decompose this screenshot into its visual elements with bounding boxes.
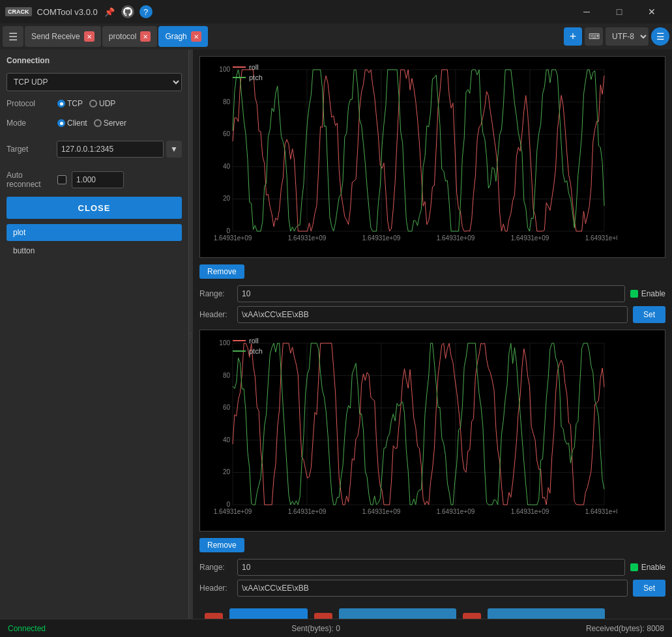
sidebar: Connection TCP UDP Serial Protocol TCP U… xyxy=(0,50,189,619)
target-row: Target ▼ xyxy=(7,138,182,160)
auto-reconnect-checkbox[interactable] xyxy=(57,175,66,184)
remove-chart-1-button[interactable]: Remove xyxy=(199,264,244,279)
encoding-select[interactable]: UTF-8 GBK ASCII xyxy=(606,27,649,46)
minus-button-3[interactable]: − xyxy=(463,613,481,619)
tabbar-right: + ⌨ UTF-8 GBK ASCII ☰ xyxy=(564,27,669,46)
range-label-1: Range: xyxy=(199,289,232,298)
minimize-button[interactable]: ─ xyxy=(572,3,602,21)
tcp-radio[interactable]: TCP xyxy=(57,99,83,108)
chart-1-controls: Range: Enable Header: Set xyxy=(199,285,665,323)
header-row-2: Header: Set xyxy=(199,580,665,597)
tab-label: Send Receive xyxy=(31,32,80,41)
roll-label-1: roll xyxy=(249,63,259,71)
header-label-2: Header: xyxy=(199,584,232,593)
range-input-1[interactable] xyxy=(237,285,625,302)
udp-label: UDP xyxy=(99,99,115,108)
hello-button-2[interactable]: hello xyxy=(488,608,605,619)
auto-reconnect-label: Auto reconnect xyxy=(7,171,52,189)
close-connection-button[interactable]: CLOSE xyxy=(7,197,182,219)
main-area: Connection TCP UDP Serial Protocol TCP U… xyxy=(0,50,672,619)
protocol-row: Protocol TCP UDP xyxy=(7,99,182,108)
enable-dot-1 xyxy=(630,290,638,298)
chart-1: roll ptch xyxy=(199,56,665,258)
chart-2: roll ptch xyxy=(199,330,665,531)
range-input-2[interactable] xyxy=(237,559,625,576)
remove-chart-2-button[interactable]: Remove xyxy=(199,538,244,552)
tab-gragh[interactable]: Gragh ✕ xyxy=(158,26,207,47)
range-row-1: Range: Enable xyxy=(199,285,665,302)
settings-button[interactable]: ☰ xyxy=(651,27,669,46)
window-controls: ─ □ ✕ xyxy=(572,3,667,21)
hello-button-1[interactable]: hello xyxy=(339,608,456,619)
minus-button-1[interactable]: − xyxy=(205,613,223,619)
ptch-label-2: ptch xyxy=(249,347,263,355)
target-label: Target xyxy=(7,145,51,154)
app-logo: CRACK xyxy=(5,7,32,16)
protocol-radio-group: TCP UDP xyxy=(57,99,115,108)
tab-close-protocol[interactable]: ✕ xyxy=(140,31,151,42)
sidebar-navigation: plot button xyxy=(7,224,182,612)
menu-button[interactable]: ☰ xyxy=(3,26,23,47)
received-bytes: Received(bytes): 8008 xyxy=(586,624,664,633)
minus-button-2[interactable]: − xyxy=(314,613,332,619)
mode-radio-group: Client Server xyxy=(57,119,126,128)
connection-type-select[interactable]: TCP UDP Serial xyxy=(7,73,182,91)
tab-label: Gragh xyxy=(165,32,186,41)
maximize-button[interactable]: □ xyxy=(604,3,634,21)
ptch-label-1: ptch xyxy=(249,74,263,81)
encode-button[interactable]: ⌨ xyxy=(585,27,603,46)
add-tab-button[interactable]: + xyxy=(564,27,582,46)
chart-1-legend: roll ptch xyxy=(233,63,263,81)
tabbar: ☰ Send Receive ✕ protocol ✕ Gragh ✕ + ⌨ … xyxy=(0,23,672,50)
legend-ptch-1: ptch xyxy=(233,74,263,81)
udp-radio-dot xyxy=(89,100,97,107)
btn-group-3: − + ✎ xyxy=(463,613,481,619)
cmd1-button[interactable]: cmd1 xyxy=(229,608,308,619)
btn-group-1: − + ✎ xyxy=(205,613,223,619)
close-button[interactable]: ✕ xyxy=(637,3,667,21)
statusbar: Connected Sent(bytes): 0 Received(bytes)… xyxy=(0,619,672,637)
tab-close-send-receive[interactable]: ✕ xyxy=(84,31,95,42)
client-label: Client xyxy=(67,119,87,128)
ptch-color-2 xyxy=(233,350,246,352)
github-icon[interactable] xyxy=(121,5,134,18)
enable-label-2: Enable xyxy=(641,563,665,572)
tab-protocol[interactable]: protocol ✕ xyxy=(102,26,158,47)
set-button-1[interactable]: Set xyxy=(633,306,665,323)
help-icon[interactable]: ? xyxy=(139,5,153,18)
server-radio[interactable]: Server xyxy=(94,119,126,128)
enable-group-1: Enable xyxy=(630,289,665,298)
legend-roll-1: roll xyxy=(233,63,263,71)
roll-color-1 xyxy=(233,66,246,68)
button-panel: − + ✎ cmd1 − + ✎ hello − + ✎ xyxy=(199,603,665,619)
connection-title: Connection xyxy=(7,56,182,65)
legend-ptch-2: ptch xyxy=(233,347,263,355)
range-row-2: Range: Enable xyxy=(199,559,665,576)
connection-status: Connected xyxy=(8,624,46,633)
target-input[interactable] xyxy=(57,141,164,158)
header-label-1: Header: xyxy=(199,310,232,319)
sidebar-item-button[interactable]: button xyxy=(7,242,182,259)
target-dropdown-button[interactable]: ▼ xyxy=(166,141,182,158)
legend-roll-2: roll xyxy=(233,337,263,345)
tab-close-gragh[interactable]: ✕ xyxy=(191,31,201,42)
sent-bytes: Sent(bytes): 0 xyxy=(291,624,340,633)
app-title: COMTool v3.0.0 xyxy=(37,7,98,17)
roll-label-2: roll xyxy=(249,337,259,345)
pin-icon[interactable]: 📌 xyxy=(103,5,116,18)
udp-radio[interactable]: UDP xyxy=(89,99,115,108)
tab-send-receive[interactable]: Send Receive ✕ xyxy=(25,26,101,47)
enable-label-1: Enable xyxy=(641,289,665,298)
graph-panel: roll ptch Remove Range: Enable Header: xyxy=(193,50,672,619)
chart-2-controls: Range: Enable Header: Set xyxy=(199,559,665,597)
sidebar-item-plot[interactable]: plot xyxy=(7,224,182,241)
header-input-2[interactable] xyxy=(237,580,628,597)
set-button-2[interactable]: Set xyxy=(633,580,665,597)
auto-reconnect-input[interactable] xyxy=(72,171,124,188)
client-radio[interactable]: Client xyxy=(57,119,87,128)
tab-label: protocol xyxy=(109,32,137,41)
mode-label: Mode xyxy=(7,119,52,128)
mode-row: Mode Client Server xyxy=(7,119,182,128)
header-input-1[interactable] xyxy=(237,306,628,323)
btn-group-2: − + ✎ xyxy=(314,613,332,619)
